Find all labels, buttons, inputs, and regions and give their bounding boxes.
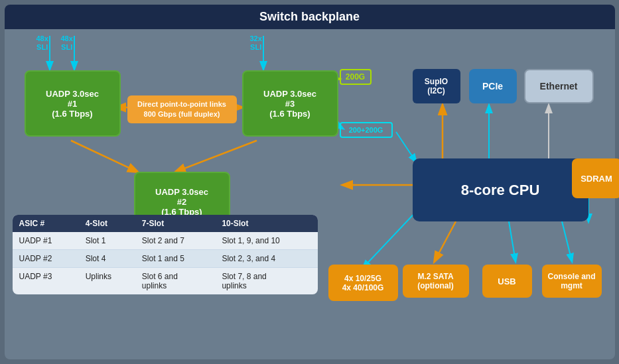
svg-line-12 bbox=[435, 221, 456, 261]
svg-line-5 bbox=[176, 141, 257, 172]
direct-link-label: Direct point-to-point links 800 Gbps (fu… bbox=[127, 95, 237, 123]
uadp2-label: UADP 3.0sec #2 (1.6 Tbps) bbox=[155, 187, 208, 217]
svg-line-4 bbox=[71, 141, 137, 172]
svg-line-7 bbox=[396, 132, 416, 162]
row1-7slot: Slot 2 and 7 bbox=[135, 232, 216, 250]
content-area: 48x SLI 48x SLI 32x SLI 200G 200+200G UA… bbox=[5, 29, 615, 356]
row1-10slot: Slot 1, 9, and 10 bbox=[215, 232, 317, 250]
row2-7slot: Slot 1 and 5 bbox=[135, 250, 216, 268]
supio-box: SupIO (I2C) bbox=[413, 69, 460, 103]
row1-4slot: Slot 1 bbox=[79, 232, 135, 250]
table-header-7slot: 7-Slot bbox=[135, 215, 216, 232]
row2-10slot: Slot 2, 3, and 4 bbox=[215, 250, 317, 268]
row3-10slot: Slot 7, 8 and uplinks bbox=[215, 268, 317, 295]
table-row: UADP #3 Uplinks Slot 6 and uplinks Slot … bbox=[13, 268, 318, 295]
sli-label-3: 32x SLI bbox=[250, 34, 262, 52]
table-header-asic: ASIC # bbox=[13, 215, 79, 232]
pcie-box: PCIe bbox=[469, 69, 517, 103]
table-row: UADP #1 Slot 1 Slot 2 and 7 Slot 1, 9, a… bbox=[13, 232, 318, 250]
main-container: Switch backplane bbox=[5, 5, 615, 359]
title-bar: Switch backplane bbox=[5, 5, 615, 29]
asic-table: ASIC # 4-Slot 7-Slot 10-Slot UADP #1 Slo… bbox=[13, 215, 318, 294]
row2-4slot: Slot 4 bbox=[79, 250, 135, 268]
svg-line-13 bbox=[509, 221, 516, 261]
row3-4slot: Uplinks bbox=[79, 268, 135, 295]
badge-200g: 200G bbox=[340, 69, 372, 85]
svg-line-14 bbox=[562, 221, 572, 261]
table-header-4slot: 4-Slot bbox=[79, 215, 135, 232]
m2sata-box: M.2 SATA (optional) bbox=[403, 265, 469, 298]
svg-line-15 bbox=[363, 208, 419, 268]
table-header-10slot: 10-Slot bbox=[215, 215, 317, 232]
sli-label-2: 48x SLI bbox=[61, 34, 73, 52]
row3-asic: UADP #3 bbox=[13, 268, 79, 295]
uadp3-box: UADP 3.0sec #3 (1.6 Tbps) bbox=[242, 70, 338, 137]
uadp3-label: UADP 3.0sec #3 (1.6 Tbps) bbox=[263, 89, 316, 119]
title: Switch backplane bbox=[259, 10, 360, 23]
uadp1-label: UADP 3.0sec #1 (1.6 Tbps) bbox=[46, 89, 99, 119]
usb-box: USB bbox=[482, 265, 532, 298]
sdram-box: SDRAM bbox=[572, 158, 620, 198]
io-port-box: 4x 10/25G 4x 40/100G bbox=[328, 265, 398, 301]
uadp1-box: UADP 3.0sec #1 (1.6 Tbps) bbox=[25, 70, 121, 137]
badge-200plus: 200+200G bbox=[340, 122, 393, 138]
cpu-box: 8-core CPU bbox=[413, 158, 588, 221]
row1-asic: UADP #1 bbox=[13, 232, 79, 250]
row2-asic: UADP #2 bbox=[13, 250, 79, 268]
ethernet-box: Ethernet bbox=[524, 69, 594, 103]
console-box: Console and mgmt bbox=[542, 265, 602, 298]
row3-7slot: Slot 6 and uplinks bbox=[135, 268, 216, 295]
table-row: UADP #2 Slot 4 Slot 1 and 5 Slot 2, 3, a… bbox=[13, 250, 318, 268]
table-container: ASIC # 4-Slot 7-Slot 10-Slot UADP #1 Slo… bbox=[13, 215, 318, 294]
sli-label-1: 48x SLI bbox=[36, 34, 48, 52]
